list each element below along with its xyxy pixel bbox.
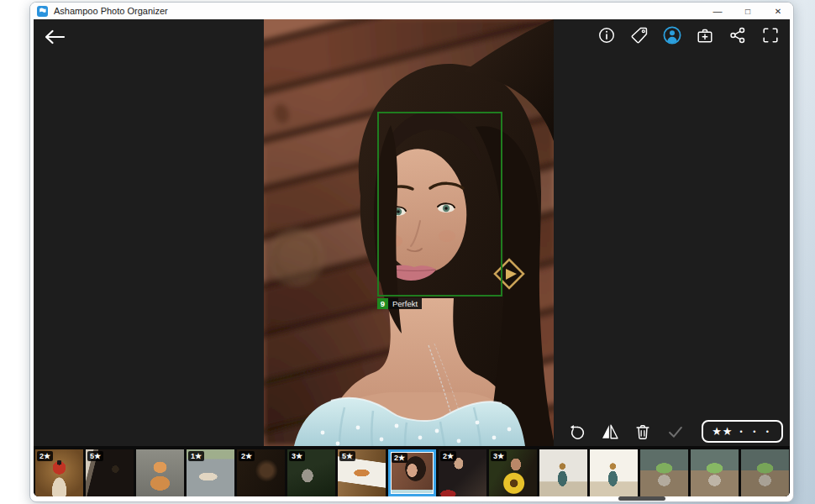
- share-icon: [728, 26, 747, 45]
- thumbnail-succulent-plant[interactable]: [640, 449, 688, 496]
- info-icon: [597, 26, 616, 45]
- thumbnail-succulent-plant-2[interactable]: [691, 449, 739, 496]
- face-recognition-button[interactable]: [661, 24, 683, 46]
- filmstrip-scrollbar[interactable]: [618, 496, 665, 501]
- rating-badge: 2★: [37, 451, 53, 461]
- close-button[interactable]: ✕: [763, 3, 793, 19]
- rating-badge: 2★: [440, 451, 456, 461]
- thumbnail-dark-cat[interactable]: 2★: [237, 449, 285, 496]
- thumbnail-woman-in-black[interactable]: 2★: [439, 449, 486, 496]
- tags-button[interactable]: [628, 24, 650, 46]
- rating-control[interactable]: ★★ • • •: [702, 420, 783, 443]
- rating-badge: 5★: [87, 451, 103, 461]
- thumbnail-image: [741, 449, 789, 496]
- thumbnail-image: [590, 449, 638, 496]
- rating-empty-dots: • • •: [740, 427, 773, 436]
- thumbnail-cat-photo-print[interactable]: 5★: [338, 449, 386, 496]
- face-detection-box[interactable]: [377, 112, 502, 297]
- rating-badge: 5★: [339, 451, 355, 461]
- flip-horizontal-button[interactable]: [599, 421, 621, 443]
- filmstrip[interactable]: 2★ 5★ 1★ 2★ 3★ 5★: [34, 446, 790, 496]
- face-score-badge: 9: [377, 298, 388, 309]
- add-to-archive-icon: [696, 26, 714, 45]
- info-button[interactable]: [596, 24, 618, 46]
- trash-icon: [634, 423, 652, 441]
- tag-icon: [630, 26, 649, 45]
- window-controls: — □ ✕: [702, 3, 793, 19]
- apply-button[interactable]: [665, 421, 686, 443]
- thumbnail-image: [691, 449, 739, 496]
- rating-badge: 2★: [392, 453, 408, 463]
- rating-badge: 3★: [289, 451, 305, 461]
- app-window: Ashampoo Photo Organizer — □ ✕: [29, 2, 794, 502]
- photo-viewer: 9 Perfekt: [34, 19, 790, 446]
- titlebar[interactable]: Ashampoo Photo Organizer — □ ✕: [30, 3, 793, 19]
- main-content: 9 Perfekt: [34, 19, 790, 496]
- top-toolbar: [596, 24, 781, 46]
- thumbnail-ladybug-macro[interactable]: 2★: [35, 449, 83, 496]
- face-quality-label: Perfekt: [388, 298, 422, 309]
- window-title: Ashampoo Photo Organizer: [54, 6, 168, 16]
- thumbnail-black-cat[interactable]: 5★: [86, 449, 134, 496]
- thumbnail-succulent-plant-3[interactable]: [741, 449, 789, 496]
- minimize-button[interactable]: —: [702, 3, 733, 19]
- rotate-left-icon: [568, 423, 586, 441]
- app-logo-icon: [37, 6, 48, 17]
- thumbnail-image: [136, 449, 184, 496]
- arrow-left-icon: [44, 29, 66, 45]
- delete-button[interactable]: [632, 421, 654, 443]
- thumbnail-woman-portrait-selected[interactable]: 2★: [388, 449, 436, 496]
- thumbnail-image: [539, 449, 587, 496]
- add-to-archive-button[interactable]: [694, 24, 716, 46]
- thumbnail-cat-on-pavement[interactable]: 1★: [187, 449, 234, 496]
- flip-horizontal-icon: [601, 423, 619, 441]
- face-recognition-icon: [662, 25, 682, 45]
- apply-check-icon: [666, 423, 685, 441]
- thumbnail-image: [640, 449, 688, 496]
- thumbnail-vintage-sprayer[interactable]: [539, 449, 587, 496]
- rating-badge: 2★: [239, 451, 255, 461]
- rating-stars: ★★: [712, 426, 733, 437]
- rating-badge: 1★: [188, 451, 204, 461]
- share-button[interactable]: [727, 24, 749, 46]
- rating-badge: 3★: [491, 451, 507, 461]
- maximize-button[interactable]: □: [733, 3, 763, 19]
- thumbnail-orange-cat[interactable]: [136, 449, 184, 496]
- fullscreen-icon: [761, 26, 780, 45]
- fullscreen-button[interactable]: [760, 24, 781, 46]
- bottom-toolbar: ★★ • • •: [566, 420, 783, 443]
- back-button[interactable]: [42, 26, 67, 48]
- face-detection-label: 9 Perfekt: [377, 298, 422, 309]
- thumbnail-vintage-sprayer-2[interactable]: [590, 449, 638, 496]
- rotate-left-button[interactable]: [566, 421, 588, 443]
- thumbnail-woman-with-sunflower[interactable]: 3★: [489, 449, 537, 496]
- thumbnail-kitten[interactable]: 3★: [287, 449, 335, 496]
